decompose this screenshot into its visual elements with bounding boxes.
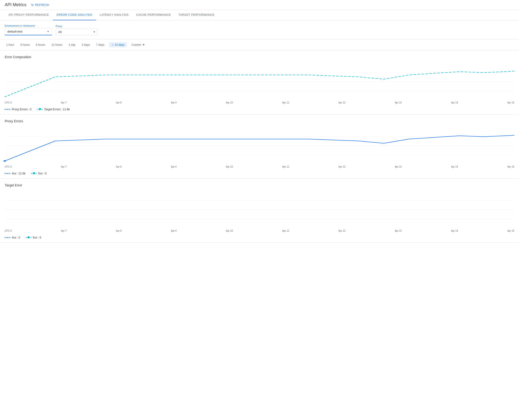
error-composition-svg xyxy=(5,63,514,100)
tab-target-performance[interactable]: TARGET PERFORMANCE xyxy=(175,10,218,20)
target-5xx-line-icon xyxy=(26,237,31,238)
time-btn-12hours[interactable]: 12 hours xyxy=(50,42,64,47)
legend-target-errors: Target Errors : 11.6k xyxy=(37,108,70,111)
svg-point-6 xyxy=(3,160,6,162)
tab-cache-performance[interactable]: CACHE PERFORMANCE xyxy=(132,10,175,20)
time-btn-custom[interactable]: Custom ▼ xyxy=(130,42,146,47)
proxy-errors-section: Proxy Errors UTC-4 Apr 7 Apr 8 Apr 9 Apr… xyxy=(0,114,519,179)
legend-target-5xx: 5xx : 0 xyxy=(26,236,41,239)
env-filter-group: Environment or Hostname default-test ▼ xyxy=(5,24,52,35)
proxy-errors-chart xyxy=(5,127,514,165)
proxy-dropdown-arrow: ▼ xyxy=(93,31,96,33)
target-error-section: Target Error UTC-4 Apr 7 Apr 8 Apr 9 Apr… xyxy=(0,179,519,243)
header: API Metrics ↻ REFRESH xyxy=(0,0,519,10)
custom-dropdown-arrow: ▼ xyxy=(142,43,145,46)
page-title: API Metrics xyxy=(5,2,26,7)
time-btn-7days[interactable]: 7 days xyxy=(95,42,106,47)
time-btn-6hours[interactable]: 6 hours xyxy=(34,42,47,47)
refresh-button[interactable]: ↻ REFRESH xyxy=(31,3,49,7)
custom-label: Custom xyxy=(132,43,141,46)
legend-4xx: 4xx : 11.6k xyxy=(5,172,25,175)
env-dropdown-arrow: ▼ xyxy=(47,30,49,33)
error-composition-legend: Proxy Errors : 0 Target Errors : 11.6k xyxy=(5,105,514,114)
legend-target-4xx: 4xx : 0 xyxy=(5,236,20,239)
time-btn-1hour[interactable]: 1 hour xyxy=(5,42,15,47)
target-error-title: Target Error xyxy=(5,183,514,187)
target-error-legend: 4xx : 0 5xx : 0 xyxy=(5,233,514,242)
env-select-wrapper: default-test ▼ xyxy=(5,28,52,35)
target-errors-square-icon xyxy=(39,108,41,110)
legend-proxy-errors-label: Proxy Errors : 0 xyxy=(12,108,31,111)
5xx-square-icon xyxy=(33,172,35,174)
legend-4xx-label: 4xx : 11.6k xyxy=(12,172,25,175)
time-btn-3hours[interactable]: 3 hours xyxy=(19,42,31,47)
5xx-line-icon xyxy=(31,173,37,174)
proxy-value: All xyxy=(58,30,61,34)
legend-5xx: 5xx : 0 xyxy=(31,172,46,175)
legend-proxy-errors: Proxy Errors : 0 xyxy=(5,108,31,111)
tab-error-code-analysis[interactable]: ERROR CODE ANALYSIS xyxy=(53,10,96,20)
refresh-label: REFRESH xyxy=(35,3,50,7)
time-btn-1day[interactable]: 1 day xyxy=(67,42,77,47)
proxy-errors-dot-icon xyxy=(7,108,8,110)
legend-target-4xx-label: 4xx : 0 xyxy=(12,236,20,239)
tab-latency-analysis[interactable]: LATENCY ANALYSIS xyxy=(96,10,132,20)
proxy-filter-label: Proxy xyxy=(56,25,98,28)
checkmark-icon: ✓ xyxy=(112,43,114,46)
env-filter-label: Environment or Hostname xyxy=(5,24,52,27)
proxy-errors-svg xyxy=(5,127,514,165)
4xx-dot-icon xyxy=(7,172,8,174)
target-4xx-dot-icon xyxy=(7,237,8,239)
proxy-errors-title: Proxy Errors xyxy=(5,119,514,123)
target-4xx-line-icon xyxy=(5,237,10,238)
4xx-line-icon xyxy=(5,173,10,174)
legend-target-errors-label: Target Errors : 11.6k xyxy=(44,108,70,111)
target-error-x-axis: UTC-4 Apr 7 Apr 8 Apr 9 Apr 10 Apr 11 Ap… xyxy=(5,229,514,233)
time-range-bar: 1 hour 3 hours 6 hours 12 hours 1 day 3 … xyxy=(0,39,519,50)
proxy-errors-legend: 4xx : 11.6k 5xx : 0 xyxy=(5,169,514,178)
legend-5xx-label: 5xx : 0 xyxy=(38,172,46,175)
error-composition-chart xyxy=(5,63,514,100)
env-value: default-test xyxy=(7,30,23,33)
target-error-svg xyxy=(5,191,514,229)
target-5xx-square-icon xyxy=(28,236,30,238)
refresh-icon: ↻ xyxy=(31,3,34,7)
env-select[interactable]: default-test ▼ xyxy=(5,28,52,35)
proxy-filter-group: Proxy All ▼ xyxy=(56,25,98,35)
target-errors-line-icon xyxy=(37,109,43,110)
error-composition-x-axis: UTC-4 Apr 7 Apr 8 Apr 9 Apr 10 Apr 11 Ap… xyxy=(5,100,514,105)
proxy-errors-x-axis: UTC-4 Apr 7 Apr 8 Apr 9 Apr 10 Apr 11 Ap… xyxy=(5,165,514,169)
error-composition-section: Error Composition UTC-4 Apr 7 Apr 8 Apr … xyxy=(0,50,519,114)
proxy-errors-line-icon xyxy=(5,109,10,110)
time-btn-14days[interactable]: ✓ 14 days xyxy=(109,42,127,47)
legend-target-5xx-label: 5xx : 0 xyxy=(33,236,41,239)
time-btn-3days[interactable]: 3 days xyxy=(80,42,91,47)
target-error-chart xyxy=(5,191,514,229)
tabs-bar: API PROXY PERFORMANCE ERROR CODE ANALYSI… xyxy=(0,10,519,21)
tab-api-proxy-performance[interactable]: API PROXY PERFORMANCE xyxy=(5,10,53,20)
proxy-select[interactable]: All ▼ xyxy=(56,29,98,35)
filters-bar: Environment or Hostname default-test ▼ P… xyxy=(0,21,519,39)
error-composition-title: Error Composition xyxy=(5,55,514,59)
